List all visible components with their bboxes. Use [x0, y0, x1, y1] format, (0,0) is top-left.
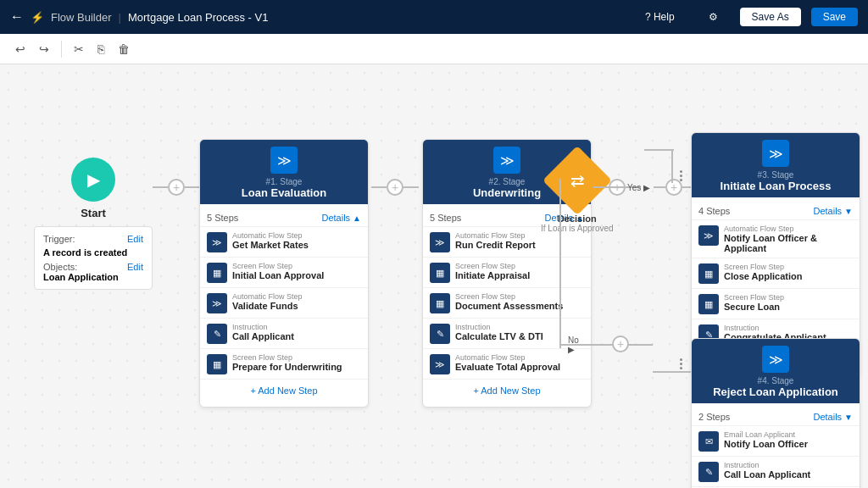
step-name: Secure Loan [724, 302, 784, 312]
stage-3-step-1: ▦ Screen Flow Step Close Application [692, 258, 860, 288]
stage-3-details-label: Details [813, 206, 842, 216]
stage-2-step-4: ≫ Automatic Flow Step Evaluate Total App… [423, 348, 591, 379]
stage-3-subheader: 4 Steps Details ▼ [692, 202, 860, 219]
step-text: Automatic Flow Step Get Market Rates [232, 231, 309, 250]
stage-4-container: ≫ #4. Stage Reject Loan Application 2 St… [691, 338, 860, 488]
decision-label: Decision [558, 214, 597, 224]
step-name: Initiate Appraisal [455, 270, 530, 280]
dot [680, 358, 682, 361]
add-connector-plus-2[interactable]: + [387, 179, 403, 196]
back-button[interactable]: ← [10, 9, 24, 25]
stage-4-step-1: ✎ Instruction Call Loan Applicant [692, 456, 860, 486]
stage-4-name: Reject Loan Application [713, 385, 838, 398]
step-icon-screen: ▦ [207, 263, 227, 283]
step-icon: ▦ [430, 293, 450, 313]
stage-4-header: ≫ #4. Stage Reject Loan Application [692, 339, 860, 403]
redo-button[interactable]: ↪ [34, 39, 54, 59]
cut-button[interactable]: ✂ [69, 39, 89, 59]
no-label: No ▶ [568, 336, 579, 354]
step-type: Automatic Flow Step [232, 292, 303, 301]
stage-1-add-step-btn[interactable]: + Add New Step [200, 379, 368, 402]
step-text: Screen Flow Step Secure Loan [724, 293, 784, 312]
stage-2-add-step-btn[interactable]: + Add New Step [423, 379, 591, 402]
step-type: Instruction [724, 461, 810, 469]
no-plus[interactable]: + [612, 336, 629, 352]
step-type: Automatic Flow Step [455, 231, 536, 240]
step-name: Initial Loan Approval [232, 270, 324, 280]
step-type: Screen Flow Step [724, 293, 784, 302]
yes-label: Yes ▶ [627, 183, 650, 192]
save-as-button[interactable]: Save As [740, 8, 801, 26]
help-button[interactable]: ? Help [633, 8, 687, 26]
stage-1-subheader: 5 Steps Details ▲ [200, 209, 368, 226]
stage-3-dots[interactable] [680, 170, 682, 181]
step-text: Automatic Flow Step Validate Funds [232, 292, 303, 311]
stage-1-details-label: Details [321, 213, 350, 223]
step-icon: ▦ [698, 263, 719, 284]
stage-1-step-4: ▦ Screen Flow Step Prepare for Underwrit… [200, 348, 368, 379]
stage-4-dots[interactable] [680, 358, 682, 369]
stage-2-icon: ≫ [493, 147, 520, 174]
save-button[interactable]: Save [811, 8, 858, 26]
step-icon: ≫ [430, 232, 450, 252]
step-name: Close Application [724, 271, 803, 281]
stage-1-chevron-icon: ▲ [353, 214, 361, 223]
settings-button[interactable]: ⚙ [697, 8, 730, 26]
stage-3-icon: ≫ [762, 140, 789, 167]
step-name: Notify Loan Officer [724, 439, 808, 449]
delete-button[interactable]: 🗑 [113, 39, 135, 59]
yes-line2 [654, 186, 665, 188]
no-vert-line [559, 179, 561, 348]
step-icon-auto: ≫ [207, 232, 227, 252]
stage-3-header: ≫ #3. Stage Initiate Loan Process [692, 133, 860, 197]
trigger-edit[interactable]: Edit [127, 234, 143, 244]
stage-1-steps-count: 5 Steps [207, 213, 238, 223]
step-icon: ≫ [698, 225, 719, 246]
stage-1-body: 5 Steps Details ▲ ≫ Automatic Flow Step … [200, 204, 368, 407]
objects-edit[interactable]: Edit [127, 262, 143, 272]
stage-4-body: 2 Steps Details ▼ ✉ Email Loan Applicant… [692, 403, 860, 488]
yes-branch-connector: Yes ▶ + [593, 179, 694, 196]
stage-4-card: ≫ #4. Stage Reject Loan Application 2 St… [691, 338, 860, 488]
stage-4-step-0: ✉ Email Loan Applicant Notify Loan Offic… [692, 425, 860, 456]
stage-1-icon: ≫ [270, 147, 298, 174]
step-text: Instruction Calculate LTV & DTI [455, 323, 543, 341]
step-name: Document Assessments [455, 301, 563, 311]
stage-2-step-1: ▦ Screen Flow Step Initiate Appraisal [423, 257, 591, 287]
step-name: Run Credit Report [455, 240, 536, 250]
stage-3-details-btn[interactable]: Details ▼ [813, 206, 853, 216]
stage-1-num: #1. Stage [266, 177, 303, 186]
step-type: Screen Flow Step [232, 353, 342, 362]
yes-horiz-line [644, 149, 674, 151]
trigger-label: Trigger: [43, 234, 75, 244]
stage-3-step-2: ▦ Screen Flow Step Secure Loan [692, 288, 860, 319]
step-icon: ▦ [430, 263, 450, 283]
undo-button[interactable]: ↩ [10, 39, 31, 59]
stage-1-name: Loan Evaluation [242, 186, 326, 199]
step-text: Instruction Call Loan Applicant [724, 461, 810, 480]
step-icon-auto2: ≫ [207, 293, 227, 313]
decision-sublabel: If Loan is Approved [541, 224, 614, 233]
step-type: Screen Flow Step [455, 292, 563, 301]
step-text: Screen Flow Step Prepare for Underwritin… [232, 353, 342, 372]
stage-1-details-btn[interactable]: Details ▲ [321, 213, 361, 223]
stage-4-chevron-icon: ▼ [844, 413, 853, 422]
stage-2-name: Underwriting [473, 186, 541, 199]
step-type: Instruction [724, 324, 826, 332]
conn-line [153, 186, 168, 188]
decision-icon: ⇄ [570, 170, 584, 191]
stage-2-steps-count: 5 Steps [430, 213, 461, 223]
step-icon-instr: ✎ [207, 324, 227, 344]
trigger-value: A record is created [43, 247, 143, 258]
stage-1-container: ≫ #1. Stage Loan Evaluation 5 Steps Deta… [199, 139, 369, 408]
stage-2-body: 5 Steps Details ▲ ≫ Automatic Flow Step … [423, 204, 591, 407]
add-connector-plus[interactable]: + [168, 179, 185, 196]
copy-button[interactable]: ⎘ [92, 39, 109, 59]
connector-stage1-stage2: + [371, 179, 419, 196]
stage-1-step-3: ✎ Instruction Call Applicant [200, 318, 368, 348]
yes-vert-line [671, 149, 673, 183]
stage-4-details-btn[interactable]: Details ▼ [813, 412, 853, 422]
stage-1-step-0: ≫ Automatic Flow Step Get Market Rates [200, 226, 368, 257]
step-text: Screen Flow Step Initial Loan Approval [232, 262, 324, 280]
yes-plus[interactable]: + [665, 179, 682, 196]
